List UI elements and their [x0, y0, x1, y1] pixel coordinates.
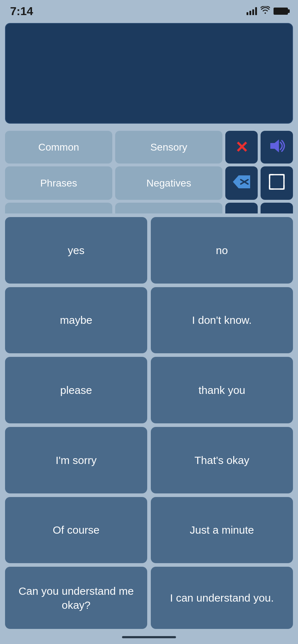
status-icons: [247, 6, 288, 16]
category-grid-row1: Common Sensory ✕: [0, 128, 298, 166]
clear-button[interactable]: ✕: [225, 131, 258, 164]
home-bar: [122, 636, 176, 638]
phrase-button-no[interactable]: no: [151, 217, 293, 284]
signal-icon: [247, 7, 257, 15]
phrase-button-just-a-minute[interactable]: Just a minute: [151, 497, 293, 564]
wifi-icon: [261, 6, 270, 16]
phrase-button-i-dont-know[interactable]: I don't know.: [151, 287, 293, 354]
category-grid-row2: Phrases Negatives: [0, 166, 298, 203]
svg-rect-3: [270, 175, 284, 189]
phrase-button-thats-okay[interactable]: That's okay: [151, 427, 293, 493]
category-button-phrases[interactable]: Phrases: [5, 166, 112, 200]
status-bar: 7:14: [0, 0, 298, 19]
category-button-sensory[interactable]: Sensory: [115, 131, 222, 164]
phrase-button-i-can-understand[interactable]: I can understand you.: [151, 567, 293, 629]
backspace-button[interactable]: [225, 166, 258, 200]
partial-cell-2: [115, 203, 222, 213]
display-area: [5, 23, 293, 124]
category-button-common[interactable]: Common: [5, 131, 112, 164]
backspace-icon: [232, 175, 251, 192]
phrase-button-thank-you[interactable]: thank you: [151, 357, 293, 423]
expand-icon: [268, 174, 285, 193]
sound-button[interactable]: [261, 131, 293, 164]
phrase-button-can-you-understand[interactable]: Can you understand me okay?: [5, 567, 147, 629]
x-icon: ✕: [235, 138, 248, 156]
status-time: 7:14: [10, 5, 33, 18]
svg-marker-0: [270, 139, 279, 152]
battery-icon: [274, 8, 288, 15]
phrase-button-please[interactable]: please: [5, 357, 147, 423]
sound-icon: [268, 139, 285, 156]
partial-cell-1: [5, 203, 112, 213]
phrase-button-maybe[interactable]: maybe: [5, 287, 147, 354]
category-button-negatives[interactable]: Negatives: [115, 166, 222, 200]
phrase-grid: yes no maybe I don't know. please thank …: [0, 213, 298, 632]
phrase-button-of-course[interactable]: Of course: [5, 497, 147, 564]
phrase-button-yes[interactable]: yes: [5, 217, 147, 284]
home-indicator: [0, 632, 298, 644]
partial-cell-4: [261, 203, 293, 213]
phrase-button-im-sorry[interactable]: I'm sorry: [5, 427, 147, 493]
expand-button[interactable]: [261, 166, 293, 200]
partial-row: [0, 203, 298, 213]
partial-cell-3: [225, 203, 258, 213]
